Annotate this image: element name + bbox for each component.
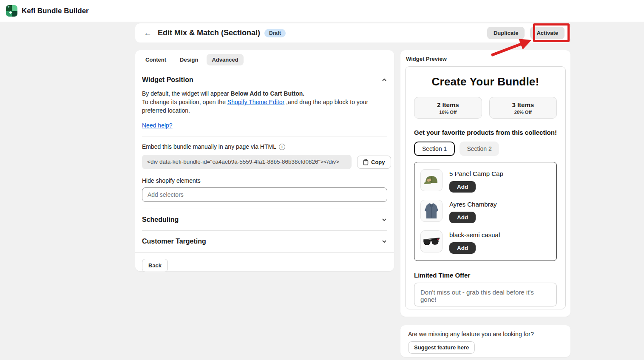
olive-cap-icon — [420, 169, 443, 191]
tier-selector: 2 Items 10% Off 3 Items 20% Off — [414, 97, 557, 119]
tier-2-items-button[interactable]: 2 Items 10% Off — [414, 97, 482, 119]
divider — [142, 209, 387, 209]
customer-targeting-heading: Customer Targeting — [142, 238, 206, 245]
suggest-feature-button[interactable]: Suggest feature here — [408, 341, 475, 354]
tab-content[interactable]: Content — [140, 54, 171, 65]
black-sunglasses-icon — [420, 230, 443, 252]
product-row: black-semi casual Add — [420, 230, 550, 254]
widget-preview-label: Widget Preview — [405, 56, 566, 62]
kefi-app-logo-icon: ✦ + — [6, 5, 17, 17]
plus-glyph: + — [9, 10, 12, 15]
chevron-up-icon — [381, 77, 387, 83]
product-title: Ayres Chambray — [449, 201, 496, 208]
product-row: 5 Panel Camp Cap Add — [420, 169, 550, 193]
app-title: Kefi Bundle Builder — [22, 7, 89, 15]
chevron-down-icon — [381, 217, 387, 223]
need-help-link[interactable]: Need help? — [142, 122, 173, 129]
add-product-button[interactable]: Add — [449, 181, 476, 193]
embed-code-input[interactable]: <div data-kefi-bundle-id="ca4aeb9a-5559-… — [142, 155, 352, 169]
chambray-shirt-icon — [420, 200, 443, 222]
back-arrow-icon[interactable]: ← — [144, 28, 152, 38]
duplicate-button[interactable]: Duplicate — [487, 27, 525, 39]
widget-preview-panel: Create Your Bundle! 2 Items 10% Off 3 It… — [405, 66, 566, 309]
tab-advanced[interactable]: Advanced — [207, 54, 243, 65]
info-icon[interactable]: i — [279, 144, 285, 150]
status-badge: Draft — [264, 29, 286, 37]
section-2-tab[interactable]: Section 2 — [460, 142, 499, 156]
hide-elements-label: Hide shopify elements — [142, 177, 387, 184]
feature-request-card: Are we missing any feature you are looki… — [400, 325, 570, 357]
tier-3-items-button[interactable]: 3 Items 20% Off — [489, 97, 557, 119]
product-title: black-semi casual — [449, 231, 500, 238]
collection-subtitle: Get your favorite products from this col… — [414, 129, 557, 136]
section-1-tab[interactable]: Section 1 — [414, 142, 455, 156]
product-row: Ayres Chambray Add — [420, 200, 550, 223]
widget-position-header[interactable]: Widget Position — [142, 76, 387, 84]
widget-position-description: By default, the widget will appear Below… — [142, 89, 374, 115]
add-product-button[interactable]: Add — [449, 242, 476, 254]
sparkle-glyph: ✦ — [7, 6, 10, 9]
offer-label: Limited Time Offer — [414, 272, 557, 279]
product-title: 5 Panel Camp Cap — [449, 170, 503, 177]
feature-question: Are we missing any feature you are looki… — [408, 331, 563, 337]
app-header: ✦ + Kefi Bundle Builder — [0, 0, 644, 22]
divider — [142, 230, 387, 231]
copy-button[interactable]: Copy — [357, 156, 391, 169]
chevron-down-icon — [381, 238, 387, 244]
page-title: Edit Mix & Match (Sectional) — [158, 28, 260, 37]
offer-text-input[interactable]: Don't miss out - grab this deal before i… — [414, 283, 557, 306]
clipboard-icon — [363, 159, 369, 165]
settings-card: Content Design Advanced Widget Position … — [135, 50, 394, 271]
back-button[interactable]: Back — [142, 259, 168, 272]
add-product-button[interactable]: Add — [449, 212, 476, 223]
scheduling-header[interactable]: Scheduling — [142, 216, 387, 224]
settings-tabs: Content Design Advanced — [135, 50, 394, 69]
widget-preview-card: Widget Preview Create Your Bundle! 2 Ite… — [400, 50, 570, 317]
page-title-bar: ← Edit Mix & Match (Sectional) Draft Dup… — [135, 23, 570, 43]
bundle-heading: Create Your Bundle! — [414, 75, 557, 88]
activate-button[interactable]: Activate — [530, 27, 565, 39]
section-tabs: Section 1 Section 2 — [414, 142, 557, 156]
scheduling-heading: Scheduling — [142, 216, 179, 224]
tab-design[interactable]: Design — [175, 54, 203, 65]
customer-targeting-header[interactable]: Customer Targeting — [142, 238, 387, 245]
selectors-input[interactable] — [142, 187, 387, 202]
widget-position-heading: Widget Position — [142, 76, 193, 84]
embed-label: Embed this bundle manually in any page v… — [142, 143, 387, 150]
shopify-theme-editor-link[interactable]: Shopify Theme Editor — [227, 99, 284, 105]
divider — [142, 136, 387, 136]
product-list: 5 Panel Camp Cap Add Ayres Chambray — [414, 162, 557, 261]
